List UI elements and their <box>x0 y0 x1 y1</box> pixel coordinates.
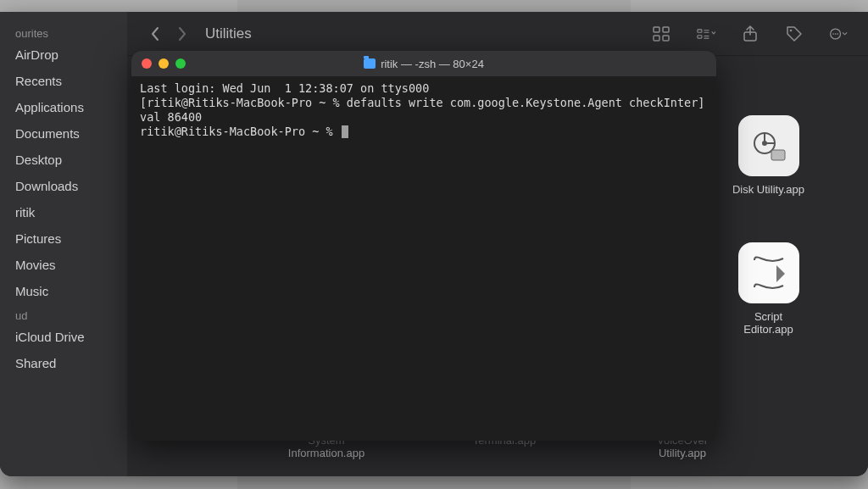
finder-sidebar: ourites AirDrop Recents Applications Doc… <box>0 12 127 476</box>
terminal-title: ritik — -zsh — 80×24 <box>131 58 716 70</box>
share-button[interactable] <box>741 25 760 43</box>
svg-point-13 <box>832 33 834 35</box>
svg-rect-0 <box>654 27 659 32</box>
svg-rect-7 <box>698 35 702 37</box>
view-mode-icon-button[interactable] <box>653 25 671 43</box>
finder-toolbar: Utilities <box>127 12 868 56</box>
group-by-button[interactable] <box>697 25 715 43</box>
finder-title: Utilities <box>205 25 252 42</box>
app-icon-script-editor[interactable]: Script Editor.app <box>728 242 809 336</box>
sidebar-item-music[interactable]: Music <box>0 278 127 304</box>
svg-point-14 <box>835 33 837 35</box>
sidebar-item-documents[interactable]: Documents <box>0 120 127 147</box>
svg-rect-4 <box>698 29 702 31</box>
action-menu-button[interactable] <box>829 25 848 43</box>
nav-forward-button[interactable] <box>175 26 190 42</box>
terminal-line: val 86400 <box>140 110 202 124</box>
svg-rect-2 <box>654 36 659 41</box>
terminal-line: ritik@Ritiks-MacBook-Pro ~ % <box>140 125 348 138</box>
svg-rect-1 <box>663 27 669 32</box>
terminal-body[interactable]: Last login: Wed Jun 1 12:38:07 on ttys00… <box>131 76 716 441</box>
sidebar-section-favourites: ourites <box>0 22 127 42</box>
terminal-titlebar[interactable]: ritik — -zsh — 80×24 <box>131 51 716 76</box>
sidebar-item-applications[interactable]: Applications <box>0 94 127 120</box>
sidebar-item-ritik[interactable]: ritik <box>0 199 127 225</box>
sidebar-item-desktop[interactable]: Desktop <box>0 147 127 173</box>
script-editor-icon <box>738 242 799 303</box>
sidebar-item-icloud-drive[interactable]: iCloud Drive <box>0 324 127 350</box>
app-label: Script Editor.app <box>728 310 809 336</box>
svg-point-15 <box>837 33 838 35</box>
sidebar-item-airdrop[interactable]: AirDrop <box>0 42 127 68</box>
terminal-window[interactable]: ritik — -zsh — 80×24 Last login: Wed Jun… <box>131 51 716 441</box>
sidebar-item-pictures[interactable]: Pictures <box>0 225 127 252</box>
nav-back-button[interactable] <box>147 26 163 42</box>
svg-point-11 <box>790 29 793 31</box>
app-label: Disk Utility.app <box>728 183 809 196</box>
sidebar-item-downloads[interactable]: Downloads <box>0 173 127 199</box>
disk-utility-icon <box>738 115 799 176</box>
terminal-line: [ritik@Ritiks-MacBook-Pro ~ % defaults w… <box>140 96 704 109</box>
tags-button[interactable] <box>785 25 804 43</box>
svg-rect-3 <box>663 36 669 41</box>
sidebar-item-movies[interactable]: Movies <box>0 252 127 278</box>
sidebar-item-recents[interactable]: Recents <box>0 68 127 94</box>
terminal-line: Last login: Wed Jun 1 12:38:07 on ttys00… <box>140 81 429 95</box>
folder-icon <box>364 58 376 69</box>
svg-rect-20 <box>771 150 785 160</box>
terminal-cursor <box>342 125 348 138</box>
sidebar-section-icloud: ud <box>0 304 127 324</box>
app-icon-disk-utility[interactable]: Disk Utility.app <box>728 115 809 196</box>
sidebar-item-shared[interactable]: Shared <box>0 350 127 376</box>
